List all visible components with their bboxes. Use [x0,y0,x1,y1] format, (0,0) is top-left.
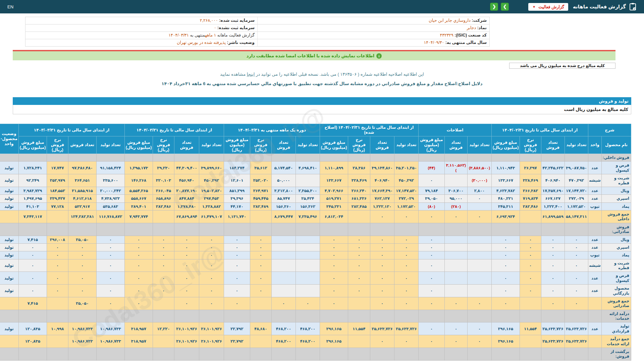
value-cell [68,154,96,162]
value-cell: ۰ [47,285,68,297]
value-cell: ۰ [153,259,174,272]
value-cell [467,285,491,297]
value-cell: ۵۱۹,۲۷۱ [320,195,348,202]
value-cell [296,310,320,322]
value-cell: ۰ [174,259,199,272]
status-cell [0,154,18,162]
value-cell: ۳۵,۲۰۱,۲۵۰ [394,162,418,174]
product-name-cell: جمع فروش صادراتی [602,297,631,310]
table-row: درآمد ارائه خدمات: [0,310,631,322]
info-value: پذیرفته شده در بورس تهران [177,40,226,45]
value-cell: ۴,۶۹۸,۴۱۰ [296,162,320,174]
value-cell: ۰ [418,335,444,348]
value-cell: ۰ [491,259,520,272]
value-cell [418,348,444,360]
value-cell: ۰ [174,251,199,259]
info-label: سرمایه ثبت نشده: [216,25,255,30]
table-row: قرص و کپسولعدد۳۹,۰۸۷,۷۵۰۴۲,۲۴۵,۶۲۲۲۶,۲۹۷… [0,162,631,174]
unit-cell: تیوپ [588,251,601,259]
value-cell: ۳۸۹,۴۰۱ [124,202,153,210]
value-cell: ۰ [250,243,271,251]
value-cell: ۱۰,۹۸۶,۷۳۳ [96,335,124,348]
value-cell: ۰ [418,322,444,335]
value-cell [18,310,47,322]
col-subheader: نرخ فروش (ریال) [520,136,541,154]
col-group-header: از ابتدای سال مالی تا تاریخ ۱۴۰۴/۰۳/۳۱ [124,124,224,136]
value-cell: ۰ [250,285,271,297]
company-info-cell: گزارش فعالیت ماهانه ۱ ماههمنتهی به ۱۴۰۴/… [25,32,257,39]
value-cell: ۲۸۲,۴۸۶ [153,202,174,210]
value-cell: ۶۷,۸۶۹,۸۹۴ [174,210,199,223]
value-cell [271,236,296,243]
value-cell: ۰ [541,243,565,251]
value-cell: ۳۲۸,۴۶۹ [520,174,541,187]
value-cell: ۴۵۰,۲۹۲ [199,174,224,187]
value-cell [520,223,541,236]
value-cell: ۰ [153,251,174,259]
info-value: ۴۳۲۳۲۹ [440,33,453,38]
value-cell: ۰ [370,251,394,259]
value-cell [250,210,271,223]
table-row: اسپريعدد۲۷۲,۰۲۹۶۶۷,۱۳۷۷۱۹,۸۲۴۴۸۰,۲۲۱۰۹۵,… [0,195,631,202]
info-value: ۱۴۰۴/۰۹/۳۰ [424,40,444,45]
value-cell: ۲۵,۶۳۳,۷۲۶ [541,322,565,335]
col-subheader: تعداد تولید [296,136,320,154]
value-cell: ۷۶۲,۱۳۷ [370,195,394,202]
value-cell: ۳۲۸,۴۶۹ [348,174,370,187]
value-cell: ۴,۷۰۲,۹۶۶ [320,187,348,194]
value-cell: (۳,۸۸۶,۵۰۰) [467,162,491,174]
value-cell: ۰ [370,210,394,223]
value-cell: ۰ [320,259,348,272]
value-cell: ۰ [520,272,541,285]
unit-cell: عدد [588,243,601,251]
value-cell: ۲,۳۵۵,۳۰۰ [296,187,320,194]
value-cell: ۰ [520,259,541,272]
company-info-row: نماد: دجابرسرمایه ثبت نشده: ۰ [25,24,489,32]
prev-report-button[interactable]: ❮ [490,3,498,11]
report-type-dropdown[interactable]: گزارش فعالیت ▼ [528,3,568,11]
unit-cell: عدد [588,236,601,243]
value-cell: ۰ [541,251,565,259]
value-cell: ۰ [348,251,370,259]
value-cell [96,154,124,162]
value-cell: ۳۱۸,۹۵۷ [124,335,153,348]
value-cell [444,154,467,162]
table-row: پمادتیوپ۱,۱۷۲,۵۲۰۱,۲۲۲,۴۰۰۲۸۲,۴۸۶۳۴۵,۳۱۱… [0,202,631,210]
value-cell [444,243,467,251]
info-label: شرکت: [471,18,487,23]
value-cell [491,348,520,360]
table-row: تولید قرارداديعدد۲۵,۶۳۳,۷۲۶۲۵,۶۳۳,۷۲۶۱۱,… [0,322,631,335]
col-subheader: تعداد تولید [96,136,124,154]
value-cell: ۰ [224,259,250,272]
next-report-button[interactable]: ❯ [501,3,509,11]
value-cell [320,154,348,162]
value-cell: ۲۶۶,۲۴۰ [348,187,370,194]
value-cell: ۰ [491,243,520,251]
previous-version-link[interactable]: اینجا [247,72,255,77]
value-cell: ۲۶۶,۰۴۵ [153,187,174,194]
value-cell [153,348,174,360]
language-toggle-en[interactable]: EN [7,4,13,9]
col-subheader: نرخ فروش (ریال) [153,136,174,154]
value-cell: ۵,۱۷۴,۵۴۰ [271,162,296,174]
info-value: ۱۴۰۴/۰۳/۳۱ [168,33,189,38]
value-cell: ۳۹,۱۳۴,۸۶۰ [370,162,394,174]
value-cell [124,348,153,360]
value-cell: ۹۱,۱۵۸,۴۲۴ [96,162,124,174]
value-cell: ۵۳۵,۶۸۳ [96,202,124,210]
value-cell: ۰ [370,259,394,272]
value-cell: ۱۰,۹۸۶,۷۳۳ [68,335,96,348]
value-cell: ۲۲,۷۹۲ [224,335,250,348]
value-cell: ۰ [18,259,47,272]
value-cell: ۰ [174,243,199,251]
value-cell: ۰ [320,272,348,285]
value-cell [199,310,224,322]
value-cell: ۲۲,۷۹۲ [224,322,250,335]
value-cell: ۲۷۲,۰۲۹ [565,195,588,202]
value-cell [174,154,199,162]
value-cell: ۳۱۸,۹۵۷ [124,322,153,335]
info-value: داروسازي جابر ابن حيان [429,18,471,23]
value-cell: ۳۹,۰۵۰ [418,195,444,202]
value-cell: ۰ [124,285,153,297]
table-row: اسپريعدد۰۰۰۰۰۰۰۰۰۰۰۰۰۰۰۰۰۰۰تولید [0,243,631,251]
